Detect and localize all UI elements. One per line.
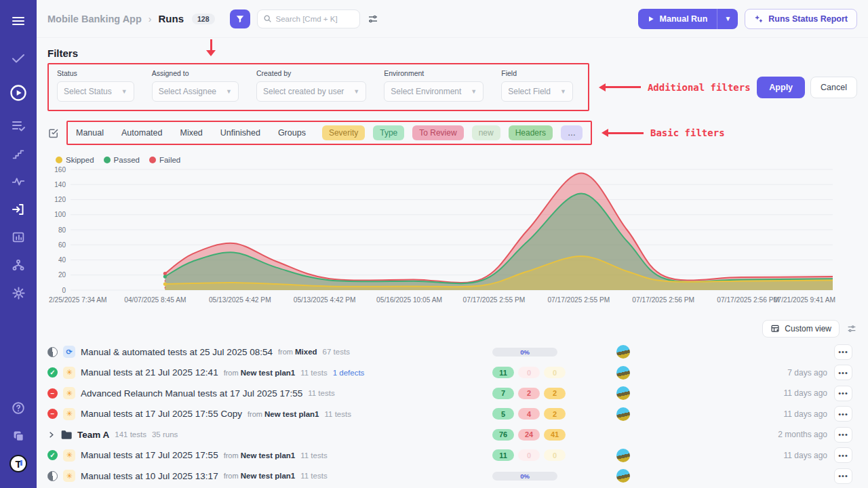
annotation-basic-text: Basic filters (650, 127, 725, 138)
chip-more[interactable]: … (561, 125, 583, 140)
menu-icon[interactable] (7, 9, 30, 33)
select-runs-checklist-icon[interactable] (47, 127, 60, 139)
tests-check-icon[interactable] (7, 47, 30, 70)
settings-gear-icon[interactable] (7, 281, 30, 304)
apply-button[interactable]: Apply (757, 77, 805, 98)
legend-item-passed[interactable]: Passed (104, 156, 140, 164)
row-menu-button[interactable]: ••• (834, 447, 852, 463)
chip-severity[interactable]: Severity (322, 125, 365, 140)
manual-run-dropdown[interactable]: ▼ (717, 9, 738, 29)
sparkle-plus-icon (754, 14, 764, 24)
logo-t: T (9, 455, 27, 472)
row-menu-button[interactable]: ••• (834, 468, 852, 484)
runs-play-circle-icon[interactable] (7, 81, 30, 104)
chip-type[interactable]: Type (373, 125, 404, 140)
copy-pages-icon[interactable] (7, 424, 30, 447)
environment-select[interactable]: Select Environment ▼ (384, 81, 484, 102)
run-tests-count: 67 tests (323, 348, 350, 356)
test-plans-list-check-icon[interactable] (7, 115, 30, 138)
row-menu-button[interactable]: ••• (834, 406, 852, 422)
avatar[interactable] (616, 386, 630, 400)
run-row[interactable]: Team A 141 tests 35 runs 762441 2 months… (47, 424, 857, 445)
svg-text:05/13/2025 4:42 PM: 05/13/2025 4:42 PM (294, 296, 356, 304)
run-row[interactable]: ✓✳Manual tests at 17 Jul 2025 17:55from … (47, 445, 857, 466)
created-by-select[interactable]: Select created by user ▼ (256, 81, 366, 102)
svg-text:100: 100 (54, 211, 66, 218)
chip-headers[interactable]: Headers (509, 125, 553, 140)
filter-field-created-by: Created by Select created by user ▼ (256, 69, 366, 102)
legend-dot-icon (149, 157, 156, 163)
avatar[interactable] (616, 449, 630, 462)
field-select[interactable]: Select Field ▼ (501, 81, 573, 102)
run-title[interactable]: Advanced Relaunch Manual tests at 17 Jul… (81, 388, 302, 399)
run-title[interactable]: Manual tests at 10 Jul 2025 13:17 (81, 471, 218, 481)
annotation-additional-text: Additional filters (648, 82, 751, 93)
run-time-ago: 7 days ago (671, 368, 834, 378)
svg-text:07/21/2025 9:41 AM: 07/21/2025 9:41 AM (774, 296, 835, 304)
filter-funnel-button[interactable] (230, 9, 250, 28)
row-menu-button[interactable]: ••• (834, 427, 852, 443)
analytics-chart-icon[interactable] (7, 226, 30, 249)
import-icon[interactable] (7, 198, 30, 221)
assigned-to-select[interactable]: Select Assignee ▼ (152, 81, 239, 102)
passed-count-pill: 11 (492, 367, 514, 378)
tab-groups[interactable]: Groups (278, 128, 306, 138)
run-title[interactable]: Manual tests at 21 Jul 2025 12:41 (81, 367, 218, 378)
app-logo[interactable]: T (7, 452, 30, 475)
run-title[interactable]: Manual tests at 17 Jul 2025 17:55 Copy (81, 409, 242, 419)
run-type-tabs: ManualAutomatedMixedUnfinishedGroups (76, 128, 306, 138)
run-title[interactable]: Manual & automated tests at 25 Jul 2025 … (81, 347, 273, 357)
run-row[interactable]: −✳Advanced Relaunch Manual tests at 17 J… (47, 383, 857, 404)
legend-item-failed[interactable]: Failed (149, 156, 180, 164)
tab-unfinished[interactable]: Unfinished (220, 128, 260, 138)
run-title[interactable]: Manual tests at 17 Jul 2025 17:55 (81, 450, 218, 460)
run-row[interactable]: ⟳Manual & automated tests at 25 Jul 2025… (47, 342, 857, 363)
progress-percent: 0% (520, 348, 530, 356)
chevron-down-icon: ▼ (353, 88, 359, 95)
search-box[interactable] (257, 9, 360, 28)
tab-manual[interactable]: Manual (76, 128, 104, 138)
view-settings-sliders-icon[interactable] (846, 323, 857, 334)
chip-new[interactable]: new (472, 125, 500, 140)
run-results: 542 (492, 408, 575, 420)
tab-mixed[interactable]: Mixed (180, 128, 202, 138)
manual-run-button[interactable]: Manual Run (638, 9, 718, 29)
run-from: from New test plan1 (224, 451, 296, 460)
passed-count-pill: 76 (492, 429, 514, 441)
content: Filters Status Select Status ▼ Assigned … (37, 38, 868, 488)
run-row[interactable]: −✳Manual tests at 17 Jul 2025 17:55 Copy… (47, 404, 857, 425)
filter-chips: SeverityTypeTo ReviewnewHeaders… (322, 125, 583, 140)
branch-icon[interactable] (7, 253, 30, 277)
custom-view-button[interactable]: Custom view (762, 320, 840, 338)
run-row[interactable]: ✳Manual tests at 10 Jul 2025 13:17from N… (47, 466, 857, 487)
avatar[interactable] (616, 345, 630, 359)
avatar[interactable] (616, 407, 630, 421)
status-failed-icon: − (47, 388, 58, 399)
run-results: 1100 (492, 367, 575, 378)
search-settings-sliders-icon[interactable] (367, 13, 379, 25)
run-defects-link[interactable]: 1 defects (333, 369, 365, 377)
runs-status-report-button[interactable]: Runs Status Report (745, 9, 857, 29)
breadcrumb-project[interactable]: Mobile Banking App (47, 14, 142, 24)
legend-item-skipped[interactable]: Skipped (56, 156, 94, 164)
cancel-button[interactable]: Cancel (810, 77, 857, 98)
steps-stairs-icon[interactable] (7, 142, 30, 165)
run-row[interactable]: ✓✳Manual tests at 21 Jul 2025 12:41from … (47, 363, 857, 384)
chip-to-review[interactable]: To Review (412, 125, 463, 140)
expand-chevron-icon[interactable] (47, 431, 55, 439)
avatar[interactable] (616, 469, 630, 483)
row-menu-button[interactable]: ••• (834, 344, 852, 360)
group-title[interactable]: Team A (77, 430, 109, 440)
search-input[interactable] (276, 15, 351, 23)
custom-view-label: Custom view (785, 324, 831, 333)
tab-automated[interactable]: Automated (121, 128, 162, 138)
failed-count-pill: 2 (518, 388, 540, 399)
row-menu-button[interactable]: ••• (834, 386, 852, 401)
help-icon[interactable] (7, 396, 30, 420)
row-menu-button[interactable]: ••• (834, 365, 852, 380)
avatar[interactable] (616, 366, 630, 380)
status-failed-icon: − (47, 409, 58, 419)
run-results: 0% (492, 472, 575, 481)
pulse-activity-icon[interactable] (7, 170, 30, 193)
status-select[interactable]: Select Status ▼ (57, 81, 134, 102)
